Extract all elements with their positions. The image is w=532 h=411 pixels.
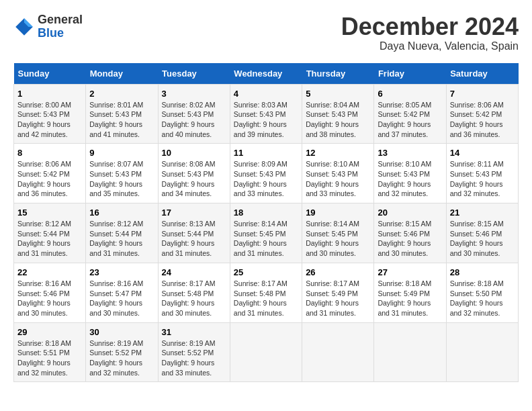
header-wednesday: Wednesday (230, 63, 302, 85)
day-number: 18 (234, 208, 298, 218)
day-number: 22 (17, 267, 82, 277)
day-number: 5 (306, 89, 370, 99)
day-number: 8 (17, 148, 82, 158)
day-number: 10 (162, 148, 226, 158)
day-detail: Sunrise: 8:16 AM Sunset: 5:46 PM Dayligh… (17, 279, 71, 317)
day-detail: Sunrise: 8:08 AM Sunset: 5:43 PM Dayligh… (162, 160, 216, 197)
day-number: 30 (89, 327, 154, 337)
calendar-week-row: 29 Sunrise: 8:18 AM Sunset: 5:51 PM Dayl… (14, 322, 519, 382)
logo: General Blue (13, 13, 83, 40)
table-row: 16 Sunrise: 8:12 AM Sunset: 5:44 PM Dayl… (86, 203, 158, 263)
day-number: 9 (89, 148, 154, 158)
day-detail: Sunrise: 8:00 AM Sunset: 5:43 PM Dayligh… (17, 101, 71, 138)
calendar-header-row: Sunday Monday Tuesday Wednesday Thursday… (14, 63, 519, 85)
table-row: 18 Sunrise: 8:14 AM Sunset: 5:45 PM Dayl… (230, 203, 302, 263)
table-row: 14 Sunrise: 8:11 AM Sunset: 5:43 PM Dayl… (446, 144, 518, 203)
day-number: 24 (162, 267, 226, 277)
day-number: 11 (234, 148, 298, 158)
day-number: 16 (89, 208, 154, 218)
table-row: 30 Sunrise: 8:19 AM Sunset: 5:52 PM Dayl… (86, 322, 158, 382)
table-row: 12 Sunrise: 8:10 AM Sunset: 5:43 PM Dayl… (302, 144, 374, 203)
table-row: 27 Sunrise: 8:18 AM Sunset: 5:49 PM Dayl… (374, 263, 446, 322)
day-number: 15 (17, 208, 82, 218)
day-detail: Sunrise: 8:17 AM Sunset: 5:49 PM Dayligh… (306, 279, 359, 317)
day-detail: Sunrise: 8:17 AM Sunset: 5:48 PM Dayligh… (234, 279, 287, 317)
day-detail: Sunrise: 8:16 AM Sunset: 5:47 PM Dayligh… (89, 279, 143, 317)
day-number: 29 (17, 327, 82, 337)
table-row: 13 Sunrise: 8:10 AM Sunset: 5:43 PM Dayl… (374, 144, 446, 203)
day-detail: Sunrise: 8:01 AM Sunset: 5:43 PM Dayligh… (89, 101, 143, 138)
table-row: 26 Sunrise: 8:17 AM Sunset: 5:49 PM Dayl… (302, 263, 374, 322)
table-row: 1 Sunrise: 8:00 AM Sunset: 5:43 PM Dayli… (14, 84, 86, 144)
logo-icon (13, 16, 35, 38)
page-header: General Blue December 2024 Daya Nueva, V… (13, 13, 519, 52)
day-number: 25 (234, 267, 298, 277)
day-detail: Sunrise: 8:17 AM Sunset: 5:48 PM Dayligh… (162, 279, 216, 317)
day-detail: Sunrise: 8:13 AM Sunset: 5:44 PM Dayligh… (162, 220, 216, 257)
table-row: 8 Sunrise: 8:06 AM Sunset: 5:42 PM Dayli… (14, 144, 86, 203)
day-number: 20 (378, 208, 442, 218)
day-number: 3 (162, 89, 226, 99)
day-number: 4 (234, 89, 298, 99)
day-number: 31 (162, 327, 226, 337)
month-title: December 2024 (341, 13, 519, 40)
table-row: 9 Sunrise: 8:07 AM Sunset: 5:43 PM Dayli… (86, 144, 158, 203)
day-number: 26 (306, 267, 370, 277)
table-row: 23 Sunrise: 8:16 AM Sunset: 5:47 PM Dayl… (86, 263, 158, 322)
calendar-week-row: 8 Sunrise: 8:06 AM Sunset: 5:42 PM Dayli… (14, 144, 519, 203)
day-detail: Sunrise: 8:07 AM Sunset: 5:43 PM Dayligh… (89, 160, 143, 197)
header-saturday: Saturday (446, 63, 518, 85)
header-friday: Friday (374, 63, 446, 85)
day-detail: Sunrise: 8:03 AM Sunset: 5:43 PM Dayligh… (234, 101, 287, 138)
table-row: 31 Sunrise: 8:19 AM Sunset: 5:52 PM Dayl… (158, 322, 230, 382)
day-detail: Sunrise: 8:12 AM Sunset: 5:44 PM Dayligh… (89, 220, 143, 257)
day-detail: Sunrise: 8:18 AM Sunset: 5:50 PM Dayligh… (450, 279, 504, 317)
table-row: 20 Sunrise: 8:15 AM Sunset: 5:46 PM Dayl… (374, 203, 446, 263)
table-row: 5 Sunrise: 8:04 AM Sunset: 5:43 PM Dayli… (302, 84, 374, 144)
day-detail: Sunrise: 8:11 AM Sunset: 5:43 PM Dayligh… (450, 160, 504, 197)
day-detail: Sunrise: 8:12 AM Sunset: 5:44 PM Dayligh… (17, 220, 71, 257)
day-detail: Sunrise: 8:15 AM Sunset: 5:46 PM Dayligh… (450, 220, 504, 257)
day-detail: Sunrise: 8:05 AM Sunset: 5:42 PM Dayligh… (378, 101, 431, 138)
calendar-week-row: 22 Sunrise: 8:16 AM Sunset: 5:46 PM Dayl… (14, 263, 519, 322)
table-row: 24 Sunrise: 8:17 AM Sunset: 5:48 PM Dayl… (158, 263, 230, 322)
day-number: 27 (378, 267, 442, 277)
table-row: 29 Sunrise: 8:18 AM Sunset: 5:51 PM Dayl… (14, 322, 86, 382)
table-row: 7 Sunrise: 8:06 AM Sunset: 5:42 PM Dayli… (446, 84, 518, 144)
title-block: December 2024 Daya Nueva, Valencia, Spai… (341, 13, 519, 52)
day-detail: Sunrise: 8:14 AM Sunset: 5:45 PM Dayligh… (306, 220, 359, 257)
day-detail: Sunrise: 8:10 AM Sunset: 5:43 PM Dayligh… (306, 160, 359, 197)
table-row: 3 Sunrise: 8:02 AM Sunset: 5:43 PM Dayli… (158, 84, 230, 144)
day-detail: Sunrise: 8:18 AM Sunset: 5:49 PM Dayligh… (378, 279, 431, 317)
day-number: 7 (450, 89, 515, 99)
day-detail: Sunrise: 8:15 AM Sunset: 5:46 PM Dayligh… (378, 220, 431, 257)
logo-general: General (38, 13, 83, 27)
calendar-week-row: 15 Sunrise: 8:12 AM Sunset: 5:44 PM Dayl… (14, 203, 519, 263)
day-number: 14 (450, 148, 515, 158)
day-number: 2 (89, 89, 154, 99)
table-row: 4 Sunrise: 8:03 AM Sunset: 5:43 PM Dayli… (230, 84, 302, 144)
day-number: 12 (306, 148, 370, 158)
table-row: 11 Sunrise: 8:09 AM Sunset: 5:43 PM Dayl… (230, 144, 302, 203)
table-row: 6 Sunrise: 8:05 AM Sunset: 5:42 PM Dayli… (374, 84, 446, 144)
table-row (446, 322, 518, 382)
table-row: 21 Sunrise: 8:15 AM Sunset: 5:46 PM Dayl… (446, 203, 518, 263)
table-row: 19 Sunrise: 8:14 AM Sunset: 5:45 PM Dayl… (302, 203, 374, 263)
table-row: 2 Sunrise: 8:01 AM Sunset: 5:43 PM Dayli… (86, 84, 158, 144)
day-detail: Sunrise: 8:19 AM Sunset: 5:52 PM Dayligh… (89, 339, 143, 377)
table-row: 28 Sunrise: 8:18 AM Sunset: 5:50 PM Dayl… (446, 263, 518, 322)
calendar-table: Sunday Monday Tuesday Wednesday Thursday… (13, 63, 519, 383)
day-number: 28 (450, 267, 515, 277)
day-number: 21 (450, 208, 515, 218)
logo-text: General Blue (38, 13, 83, 40)
day-number: 13 (378, 148, 442, 158)
day-detail: Sunrise: 8:04 AM Sunset: 5:43 PM Dayligh… (306, 101, 359, 138)
table-row: 15 Sunrise: 8:12 AM Sunset: 5:44 PM Dayl… (14, 203, 86, 263)
calendar-week-row: 1 Sunrise: 8:00 AM Sunset: 5:43 PM Dayli… (14, 84, 519, 144)
header-sunday: Sunday (14, 63, 86, 85)
day-number: 23 (89, 267, 154, 277)
day-number: 1 (17, 89, 82, 99)
table-row (230, 322, 302, 382)
day-detail: Sunrise: 8:06 AM Sunset: 5:42 PM Dayligh… (17, 160, 71, 197)
day-detail: Sunrise: 8:06 AM Sunset: 5:42 PM Dayligh… (450, 101, 504, 138)
